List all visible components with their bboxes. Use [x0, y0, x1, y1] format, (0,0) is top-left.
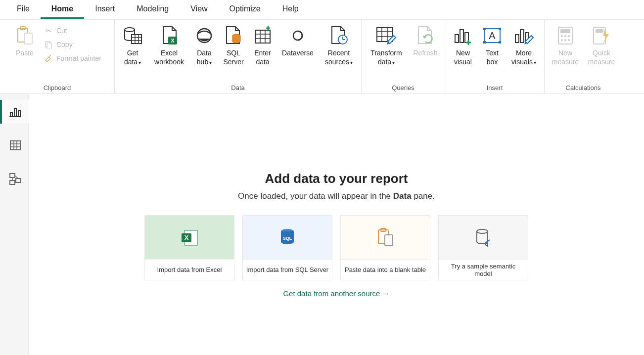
group-clipboard: Paste ✂ Cut Copy Format painter	[0, 20, 115, 93]
tab-modeling[interactable]: Modeling	[126, 0, 180, 19]
card-import-sql-label: Import data from SQL Server	[243, 259, 332, 280]
get-data-label: Get data	[124, 49, 138, 66]
get-data-button[interactable]: Get data▾	[119, 23, 146, 66]
tab-optimize[interactable]: Optimize	[219, 0, 272, 19]
canvas-subtitle-pre: Once loaded, your data will appear in th…	[238, 191, 393, 201]
svg-point-5	[125, 28, 135, 32]
rail-model-view[interactable]	[0, 167, 29, 191]
copy-icon	[44, 40, 53, 49]
canvas-subtitle: Once loaded, your data will appear in th…	[238, 191, 435, 201]
chevron-down-icon: ▾	[534, 59, 536, 66]
chevron-down-icon: ▾	[350, 59, 353, 66]
card-import-excel[interactable]: X Import data from Excel	[144, 215, 234, 280]
transform-data-button[interactable]: Transform data▾	[366, 23, 407, 66]
canvas-subtitle-bold: Data	[393, 191, 412, 201]
sql-card-icon: SQL	[243, 216, 332, 259]
sql-file-icon	[224, 25, 243, 46]
group-queries: Transform data▾ Refresh Queries	[362, 20, 445, 93]
card-import-sql[interactable]: SQL Import data from SQL Server	[242, 215, 332, 280]
card-import-excel-label: Import data from Excel	[145, 259, 234, 280]
svg-rect-65	[10, 180, 15, 184]
tab-view[interactable]: View	[180, 0, 218, 19]
ribbon: Paste ✂ Cut Copy Format painter	[0, 20, 644, 94]
quick-measure-button: Quick measure	[585, 23, 618, 66]
svg-rect-6	[132, 35, 141, 44]
card-paste-data[interactable]: Paste data into a blank table	[340, 215, 430, 280]
new-measure-label: New measure	[550, 48, 581, 66]
copy-button: Copy	[42, 39, 103, 50]
svg-rect-53	[596, 29, 603, 33]
database-arrow-icon	[439, 216, 528, 259]
svg-rect-39	[499, 41, 501, 44]
svg-point-49	[561, 39, 563, 41]
data-hub-button[interactable]: Data hub▾	[192, 23, 217, 66]
data-source-cards: X Import data from Excel SQL Import data…	[144, 215, 528, 280]
recent-sources-button[interactable]: Recent sources▾	[321, 23, 357, 66]
enter-data-button[interactable]: Enter data	[250, 23, 275, 66]
svg-rect-36	[483, 28, 486, 30]
table-icon	[9, 139, 21, 151]
card-sample-model[interactable]: Try a sample semantic model	[438, 215, 528, 280]
dataverse-button[interactable]: Dataverse	[278, 23, 318, 66]
workspace: Add data to your report Once loaded, you…	[0, 94, 644, 355]
refresh-label: Refresh	[413, 48, 437, 66]
svg-point-76	[477, 229, 488, 233]
report-canvas: Add data to your report Once loaded, you…	[29, 94, 644, 355]
svg-text:X: X	[184, 234, 189, 241]
card-sample-model-label: Try a sample semantic model	[439, 259, 528, 280]
format-painter-button: Format painter	[42, 52, 103, 64]
group-calculations-label: Calculations	[566, 83, 601, 92]
svg-rect-4	[47, 43, 51, 48]
tab-insert[interactable]: Insert	[84, 0, 126, 19]
paste-label: Paste	[16, 48, 34, 66]
card-paste-data-label: Paste data into a blank table	[341, 259, 430, 280]
model-icon	[9, 173, 22, 185]
excel-workbook-label: Excel workbook	[150, 48, 188, 66]
chevron-down-icon: ▾	[138, 59, 141, 66]
text-box-label: Text box	[481, 48, 504, 66]
svg-rect-54	[10, 112, 12, 116]
sql-server-label: SQL Server	[221, 48, 246, 66]
tab-home[interactable]: Home	[41, 0, 84, 19]
rail-report-view[interactable]	[0, 100, 29, 124]
sql-server-button[interactable]: SQL Server	[220, 23, 247, 66]
svg-rect-30	[455, 35, 459, 43]
more-visuals-button[interactable]: More visuals▾	[507, 23, 540, 66]
clipboard-card-icon	[341, 216, 430, 259]
refresh-button: Refresh	[410, 23, 441, 66]
excel-file-icon: X	[159, 25, 179, 46]
chart-plus-icon	[453, 25, 473, 46]
left-rail	[0, 94, 29, 355]
svg-rect-42	[520, 30, 524, 43]
copy-label: Copy	[56, 41, 73, 48]
svg-point-48	[568, 35, 570, 37]
dataverse-icon	[288, 25, 307, 46]
group-queries-label: Queries	[392, 83, 414, 92]
svg-rect-2	[24, 33, 32, 44]
bar-chart-icon	[9, 106, 21, 118]
get-data-another-source-link[interactable]: Get data from another source →	[283, 289, 389, 298]
new-visual-button[interactable]: New visual	[449, 23, 477, 66]
svg-rect-75	[385, 235, 393, 246]
group-data: Get data▾ X Excel workbook Data hub▾ SQL…	[115, 20, 362, 93]
canvas-subtitle-post: pane.	[412, 191, 435, 201]
tab-help[interactable]: Help	[272, 0, 310, 19]
format-painter-label: Format painter	[56, 54, 101, 62]
file-clock-icon	[329, 25, 349, 46]
svg-text:X: X	[171, 38, 175, 44]
menu-tabs: File Home Insert Modeling View Optimize …	[0, 0, 644, 20]
paste-icon	[16, 25, 33, 46]
tab-file[interactable]: File	[6, 0, 41, 19]
rail-table-view[interactable]	[0, 133, 29, 157]
new-measure-button: New measure	[549, 23, 582, 66]
chevron-down-icon: ▾	[209, 59, 212, 66]
svg-rect-38	[483, 41, 486, 44]
chevron-down-icon: ▾	[392, 59, 395, 66]
excel-workbook-button[interactable]: X Excel workbook	[149, 23, 189, 66]
svg-rect-15	[255, 30, 270, 43]
text-box-button[interactable]: A Text box	[480, 23, 505, 66]
svg-rect-56	[18, 110, 20, 116]
file-refresh-icon	[415, 25, 435, 46]
svg-rect-64	[16, 178, 21, 182]
group-calculations: New measure Quick measure Calculations	[545, 20, 622, 93]
